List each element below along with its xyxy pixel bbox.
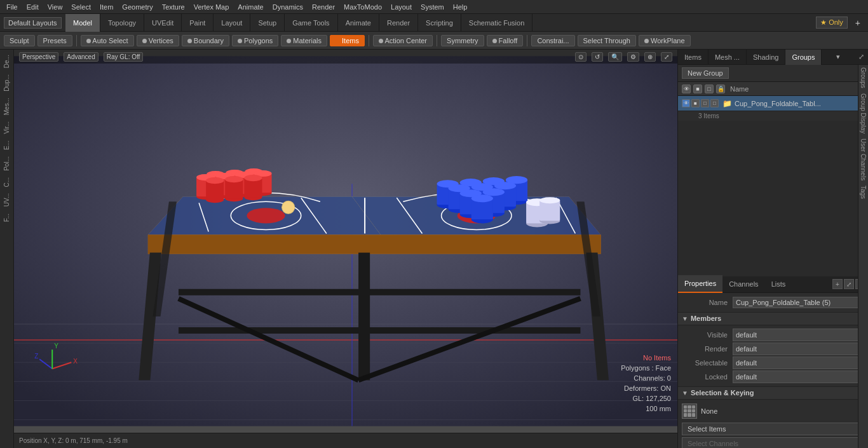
select-toggle-header[interactable]: □: [705, 85, 714, 93]
menu-help[interactable]: Help: [449, 2, 471, 12]
tab-topology[interactable]: Topology: [100, 14, 144, 32]
tab-lists[interactable]: Lists: [765, 276, 792, 292]
side-tab-group-display[interactable]: Group Display: [859, 91, 867, 136]
menu-file[interactable]: File: [3, 2, 22, 12]
group-item-row[interactable]: 👁 ■ □ □ 📁 Cup_Pong_Foldable_Tabl...: [678, 96, 868, 111]
right-tab-expand[interactable]: ▾: [832, 53, 844, 61]
left-item-2[interactable]: Mes...: [2, 95, 11, 118]
tab-setup[interactable]: Setup: [250, 14, 285, 32]
left-item-7[interactable]: UV...: [2, 191, 11, 209]
select-items-btn[interactable]: Select Items: [682, 423, 864, 435]
members-section-header[interactable]: ▼ Members: [678, 313, 868, 325]
vp-icon-zoom[interactable]: 🔍: [608, 52, 622, 62]
tab-uvedit[interactable]: UVEdit: [144, 14, 182, 32]
select-channels-btn[interactable]: Select Channels: [682, 437, 864, 449]
tab-schematic-fusion[interactable]: Schematic Fusion: [461, 14, 532, 32]
side-tab-groups[interactable]: Groups: [859, 65, 867, 91]
menu-vertex-map[interactable]: Vertex Map: [190, 2, 233, 12]
item-lock-icon[interactable]: □: [710, 99, 719, 107]
tab-scripting[interactable]: Scripting: [418, 14, 461, 32]
action-center-btn[interactable]: Action Center: [373, 35, 433, 46]
side-tab-user-channels[interactable]: User Channels: [859, 136, 867, 183]
lock-toggle-header[interactable]: 🔒: [716, 85, 725, 93]
menu-dynamics[interactable]: Dynamics: [269, 2, 307, 12]
props-add-btn[interactable]: +: [832, 279, 843, 289]
left-item-6[interactable]: C...: [2, 175, 11, 190]
constraints-btn[interactable]: Constrai...: [531, 35, 574, 46]
menu-maxtomodo[interactable]: MaxToModo: [340, 2, 386, 12]
locked-select[interactable]: defaultonoff: [733, 370, 864, 383]
left-item-4[interactable]: E...: [2, 138, 11, 153]
falloff-btn[interactable]: Falloff: [487, 35, 524, 46]
add-layout-btn[interactable]: +: [851, 18, 864, 28]
star-only-btn[interactable]: ★ Only: [816, 17, 848, 29]
vp-raygl-btn[interactable]: Ray GL: Off: [104, 52, 144, 62]
polygons-btn[interactable]: Polygons: [232, 35, 278, 46]
sculpt-btn[interactable]: Sculpt: [4, 35, 35, 46]
render-select[interactable]: defaultonoff: [733, 343, 864, 355]
menu-system[interactable]: System: [417, 2, 448, 12]
tab-render[interactable]: Render: [379, 14, 418, 32]
tab-model[interactable]: Model: [65, 14, 100, 32]
vertices-btn[interactable]: Vertices: [137, 35, 179, 46]
selectable-select[interactable]: defaultonoff: [733, 356, 864, 369]
new-group-btn[interactable]: New Group: [682, 67, 729, 79]
sel-key-header[interactable]: ▼ Selection & Keying: [678, 387, 868, 400]
tab-groups[interactable]: Groups: [785, 50, 822, 65]
tab-channels[interactable]: Channels: [722, 276, 764, 292]
menu-view[interactable]: View: [44, 2, 67, 12]
menu-geometry[interactable]: Geometry: [118, 2, 156, 12]
menu-layout[interactable]: Layout: [387, 2, 416, 12]
left-item-8[interactable]: F...: [2, 211, 11, 224]
tab-game-tools[interactable]: Game Tools: [285, 14, 338, 32]
tab-layout[interactable]: Layout: [214, 14, 250, 32]
menu-animate[interactable]: Animate: [234, 2, 267, 12]
separator4: [527, 35, 527, 46]
vp-icon-home[interactable]: ⊙: [575, 52, 587, 62]
left-item-1[interactable]: Dup...: [2, 72, 11, 94]
item-render-icon[interactable]: ■: [691, 99, 700, 107]
vp-icon-fullscreen[interactable]: ⤢: [661, 52, 672, 62]
visible-select[interactable]: defaultonoff: [733, 329, 864, 341]
select-through-btn[interactable]: Select Through: [578, 35, 636, 46]
side-tab-tags[interactable]: Tags: [859, 183, 867, 201]
vp-persp-btn[interactable]: Perspective: [19, 52, 58, 62]
work-plane-btn[interactable]: WorkPlane: [639, 35, 691, 46]
viewport[interactable]: Perspective Advanced Ray GL: Off ⊙ ↺ 🔍 ⚙…: [14, 50, 677, 433]
name-input[interactable]: [733, 297, 864, 308]
tab-shading[interactable]: Shading: [747, 50, 785, 65]
visibility-toggle-header[interactable]: 👁: [682, 85, 691, 93]
tab-animate[interactable]: Animate: [338, 14, 379, 32]
layout-selector[interactable]: Default Layouts: [4, 17, 62, 29]
vp-icon-settings[interactable]: ⚙: [627, 52, 639, 62]
grid-cell-4: [688, 409, 691, 412]
boundary-btn[interactable]: Boundary: [182, 35, 229, 46]
tab-mesh[interactable]: Mesh ...: [709, 50, 747, 65]
menu-render[interactable]: Render: [308, 2, 339, 12]
menu-edit[interactable]: Edit: [23, 2, 43, 12]
vp-icon-expand[interactable]: ⊕: [644, 52, 656, 62]
items-btn[interactable]: Items: [330, 35, 365, 46]
tab-properties[interactable]: Properties: [678, 275, 722, 293]
left-item-5[interactable]: Pol...: [2, 154, 11, 173]
symmetry-btn[interactable]: Symmetry: [441, 35, 484, 46]
right-panel-expand[interactable]: ⤢: [855, 53, 868, 61]
menu-texture[interactable]: Texture: [158, 2, 189, 12]
vp-icon-reset[interactable]: ↺: [592, 52, 603, 62]
item-select-icon[interactable]: □: [701, 99, 709, 107]
materials-btn[interactable]: Materials: [281, 35, 327, 46]
auto-select-btn[interactable]: Auto Select: [81, 35, 134, 46]
menu-item[interactable]: Item: [96, 2, 117, 12]
item-eye-icon[interactable]: 👁: [682, 99, 690, 107]
svg-rect-29: [358, 253, 370, 381]
sel-grid-icon[interactable]: [682, 404, 697, 419]
tab-paint[interactable]: Paint: [182, 14, 214, 32]
left-item-3[interactable]: Vir...: [2, 119, 11, 137]
presets-btn[interactable]: Presets: [37, 35, 72, 46]
render-toggle-header[interactable]: ■: [693, 85, 702, 93]
vp-advanced-btn[interactable]: Advanced: [64, 52, 98, 62]
left-item-0[interactable]: De...: [2, 52, 11, 71]
props-expand-btn[interactable]: ⤢: [844, 279, 854, 289]
tab-items[interactable]: Items: [678, 50, 709, 65]
menu-select[interactable]: Select: [67, 2, 95, 12]
